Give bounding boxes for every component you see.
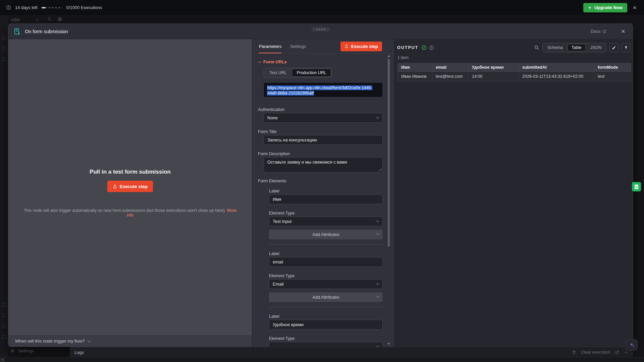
table-cell[interactable]: test xyxy=(594,72,631,81)
element-label-input[interactable] xyxy=(269,257,383,267)
execute-step-button-top[interactable]: Execute step xyxy=(340,42,382,51)
table-cell[interactable]: test@test.com xyxy=(432,72,469,81)
view-schema-tab[interactable]: Schema xyxy=(543,44,567,51)
horizontal-scrollbar[interactable]: ‹ xyxy=(0,357,644,362)
production-url-value[interactable]: https://myspace-n8n.app.n8n.cloud/form/3… xyxy=(264,82,383,97)
table-cell[interactable]: 2026-03-11T13:43:32.619+02:00 xyxy=(519,72,594,81)
modal-close-button[interactable]: ✕ xyxy=(619,28,627,35)
google-sheets-node-icon[interactable] xyxy=(632,182,641,191)
chevron-down-icon xyxy=(376,115,379,119)
element-type-select[interactable]: Email xyxy=(269,279,383,289)
chevron-down-icon xyxy=(376,232,380,235)
parameters-scroll-area: Form URLs Test URL Production URL https:… xyxy=(252,54,394,347)
app-sidebar xyxy=(0,15,8,362)
variables-icon xyxy=(2,335,6,339)
scroll-left-button[interactable]: ‹ xyxy=(0,358,5,362)
ndv-tabs: Parameters Settings Execute step xyxy=(252,39,394,54)
n8n-logo: n8n xyxy=(11,17,20,22)
external-link-icon xyxy=(602,29,606,34)
authentication-select[interactable]: None xyxy=(264,113,383,123)
element-type-select[interactable]: Text Input xyxy=(269,217,383,226)
add-node-icon[interactable]: ＋ xyxy=(35,17,40,23)
element-type-label: Element Type xyxy=(269,336,383,341)
banner-close-button[interactable]: ✕ xyxy=(631,5,638,10)
tab-settings[interactable]: Settings xyxy=(290,39,306,53)
updates-icon xyxy=(2,313,6,317)
logs-panel[interactable]: Logs Clear execution xyxy=(70,347,633,357)
view-json-tab[interactable]: JSON xyxy=(586,44,605,51)
sparkle-icon xyxy=(629,342,635,348)
table-cell[interactable]: 14:00 xyxy=(469,72,519,81)
edit-output-button[interactable] xyxy=(609,43,619,52)
add-attributes-button[interactable]: Add Attributes xyxy=(269,230,383,239)
pin-icon xyxy=(624,46,628,50)
logs-label: Logs xyxy=(74,350,84,355)
users-icon xyxy=(2,47,6,51)
view-table-tab[interactable]: Table xyxy=(568,44,586,51)
execute-step-button-main[interactable]: Execute step xyxy=(107,181,153,192)
sidebar-item-settings[interactable]: Settings xyxy=(10,348,34,353)
search-icon[interactable] xyxy=(534,45,539,50)
chevron-down-icon xyxy=(376,282,379,285)
element-label-label: Label xyxy=(269,251,383,256)
scroll-down-icon[interactable] xyxy=(387,343,390,345)
expand-panel-icon[interactable] xyxy=(624,350,628,355)
chevron-down-icon xyxy=(376,344,379,347)
element-label-input[interactable] xyxy=(269,194,383,204)
docs-link[interactable]: Docs xyxy=(591,29,607,34)
chevron-down-icon xyxy=(258,60,261,63)
element-label-label: Label xyxy=(269,314,383,319)
output-view-toggle: Schema Table JSON xyxy=(542,43,606,52)
element-type-label: Element Type xyxy=(269,211,383,216)
column-header[interactable]: submittedAt xyxy=(519,63,594,72)
element-label-input[interactable] xyxy=(269,320,383,329)
trash-icon[interactable] xyxy=(572,350,576,355)
production-url-tab[interactable]: Production URL xyxy=(292,69,331,77)
form-urls-section-toggle[interactable]: Form URLs xyxy=(258,59,394,64)
chevron-down-icon xyxy=(376,219,379,222)
parameters-scrollbar[interactable] xyxy=(387,55,390,345)
url-mode-toggle: Test URL Production URL xyxy=(264,68,332,78)
pencil-icon xyxy=(612,46,616,50)
clear-execution-button[interactable]: Clear execution xyxy=(581,350,610,355)
flask-icon xyxy=(344,44,348,48)
modal-drag-handle[interactable] xyxy=(312,27,330,32)
modal-header: On form submission Docs ✕ xyxy=(8,24,633,39)
popout-icon[interactable] xyxy=(615,350,619,355)
table-cell[interactable]: Иван Иванов xyxy=(398,72,432,81)
chevron-down-icon xyxy=(88,339,91,342)
element-type-select[interactable] xyxy=(269,342,383,347)
column-header[interactable]: email xyxy=(432,63,469,72)
lightning-icon xyxy=(588,6,592,10)
chevron-down-icon xyxy=(376,294,380,298)
scrollbar-thumb[interactable] xyxy=(388,59,390,247)
ai-assistant-button[interactable] xyxy=(626,339,638,351)
spreadsheet-icon xyxy=(634,184,639,189)
column-header[interactable]: formMode xyxy=(594,63,631,72)
test-url-tab[interactable]: Test URL xyxy=(265,69,291,77)
authentication-label: Authentication xyxy=(258,107,394,112)
canvas-search-icon[interactable] xyxy=(47,17,52,21)
form-trigger-icon xyxy=(14,28,21,35)
form-title-input[interactable] xyxy=(264,135,383,145)
element-label-label: Label xyxy=(269,189,383,193)
table-row[interactable]: Иван Иванов test@test.com 14:00 2026-03-… xyxy=(398,72,631,81)
scroll-up-icon[interactable] xyxy=(387,55,390,57)
output-panel: OUTPUT Schema Table JSON xyxy=(394,39,633,347)
pin-data-button[interactable] xyxy=(622,43,631,52)
column-header[interactable]: Имя xyxy=(398,63,432,72)
info-icon xyxy=(6,5,11,10)
info-icon[interactable] xyxy=(429,45,434,50)
trial-days-left: 14 days left xyxy=(15,5,38,10)
column-header[interactable]: Удобное время xyxy=(469,63,519,72)
grid-view-icon[interactable] xyxy=(58,17,62,21)
templates-icon xyxy=(2,324,6,328)
trigger-info-footer[interactable]: When will this node trigger my flow? xyxy=(8,335,252,347)
output-title: OUTPUT xyxy=(397,45,418,50)
element-type-label: Element Type xyxy=(269,274,383,278)
upgrade-button[interactable]: Upgrade Now xyxy=(583,3,627,12)
add-attributes-button[interactable]: Add Attributes xyxy=(269,292,383,302)
resize-handle-icon[interactable] xyxy=(379,168,382,171)
form-description-input[interactable] xyxy=(264,157,383,173)
tab-parameters[interactable]: Parameters xyxy=(259,39,281,53)
